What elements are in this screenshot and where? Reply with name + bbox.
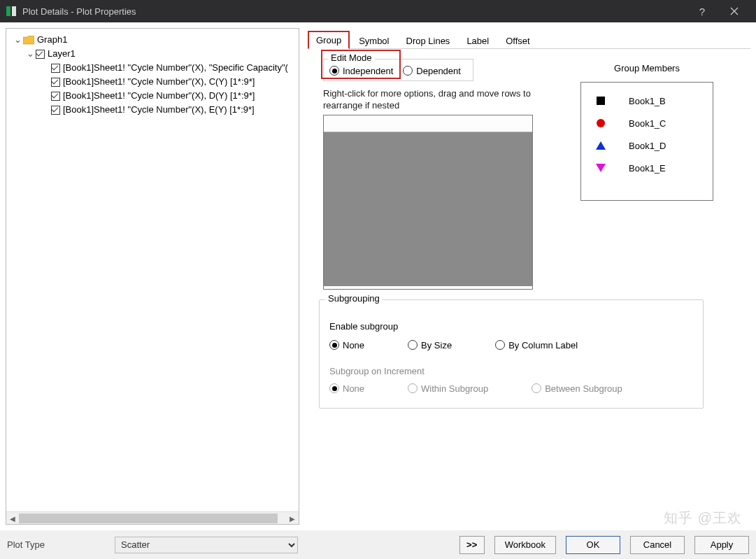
subgrouping-legend: Subgrouping — [325, 293, 383, 304]
radio-sg-none[interactable]: None — [329, 340, 364, 351]
radio-icon — [329, 340, 339, 350]
collapse-icon[interactable]: ⌄ — [26, 47, 34, 61]
collapse-icon[interactable]: ⌄ — [13, 33, 22, 47]
triangle-up-icon — [587, 141, 615, 150]
member-label: Book1_B — [629, 96, 666, 106]
group-members-title: Group Members — [580, 63, 713, 73]
tree-node-graph[interactable]: ⌄ Graph1 — [9, 33, 296, 47]
drag-list-body[interactable] — [324, 132, 532, 286]
radio-icon — [495, 340, 505, 350]
tab-label[interactable]: Label — [459, 32, 497, 49]
checkbox[interactable] — [51, 92, 60, 101]
tree-label: [Book1]Sheet1! "Cycle Number"(X), D(Y) [… — [63, 89, 255, 103]
radio-independent[interactable]: Independent — [329, 66, 393, 76]
radio-incr-none: None — [329, 383, 364, 394]
radio-label: Independent — [343, 66, 393, 76]
member-label: Book1_E — [629, 163, 666, 174]
tab-group[interactable]: Group — [308, 31, 350, 49]
radio-icon — [408, 340, 418, 350]
apply-button[interactable]: Apply — [694, 536, 749, 554]
checkbox[interactable] — [51, 106, 60, 115]
radio-icon — [403, 66, 413, 76]
checkbox[interactable] — [51, 78, 60, 87]
radio-icon — [329, 383, 339, 393]
group-members-list[interactable]: Book1_B Book1_C Book1_D Book1_E — [580, 82, 713, 201]
radio-dependent[interactable]: Dependent — [403, 66, 461, 76]
subgroup-increment-label: Subgroup on Increment — [329, 366, 693, 376]
checkbox[interactable] — [51, 64, 60, 73]
footer-bar: Plot Type Scatter >> Workbook OK Cancel … — [0, 530, 756, 559]
tree-label: Layer1 — [48, 47, 76, 61]
enable-subgroup-label: Enable subgroup — [329, 321, 693, 332]
scroll-left-icon[interactable]: ◀ — [6, 512, 19, 525]
collapse-tree-button[interactable]: >> — [459, 536, 485, 554]
drag-list[interactable] — [323, 115, 533, 290]
ok-button[interactable]: OK — [566, 536, 620, 554]
cancel-button[interactable]: Cancel — [630, 536, 685, 554]
list-item[interactable]: Book1_C — [587, 112, 707, 134]
svg-rect-1 — [12, 6, 16, 16]
tab-symbol[interactable]: Symbol — [351, 32, 397, 49]
tree-label: Graph1 — [37, 33, 67, 47]
radio-incr-between: Between Subgroup — [532, 383, 622, 394]
tree-node-item[interactable]: [Book1]Sheet1! "Cycle Number"(X), "Speci… — [9, 61, 296, 75]
tree-label: [Book1]Sheet1! "Cycle Number"(X), E(Y) [… — [63, 103, 255, 117]
window-title: Plot Details - Plot Properties — [22, 6, 686, 17]
radio-label: None — [343, 383, 364, 394]
radio-icon — [329, 66, 339, 76]
tree-node-item[interactable]: [Book1]Sheet1! "Cycle Number"(X), E(Y) [… — [9, 103, 296, 117]
horizontal-scrollbar[interactable]: ◀ ▶ — [6, 511, 299, 524]
radio-label: Between Subgroup — [545, 383, 622, 394]
radio-label: By Size — [421, 340, 452, 351]
radio-label: None — [343, 340, 364, 351]
app-icon — [6, 6, 17, 17]
triangle-down-icon — [587, 164, 615, 172]
member-label: Book1_D — [629, 141, 666, 151]
subgrouping-group: Subgrouping Enable subgroup None By Size… — [319, 299, 704, 409]
member-label: Book1_C — [629, 118, 666, 129]
tree-panel: ⌄ Graph1 ⌄ Layer1 [Book1]Sheet1! "Cycle … — [6, 28, 299, 525]
list-item[interactable]: Book1_D — [587, 134, 707, 157]
square-icon — [587, 97, 615, 105]
edit-mode-legend: Edit Mode — [328, 52, 375, 63]
scroll-right-icon[interactable]: ▶ — [286, 512, 299, 525]
radio-icon — [532, 383, 541, 393]
folder-icon — [23, 36, 34, 45]
hint-text: Right-click for more options, drag and m… — [323, 88, 533, 112]
edit-mode-group: Edit Mode Independent Dependent — [323, 59, 473, 81]
tree-node-layer[interactable]: ⌄ Layer1 — [9, 47, 296, 61]
radio-icon — [408, 383, 418, 393]
radio-incr-within: Within Subgroup — [408, 383, 488, 394]
help-button[interactable]: ? — [686, 0, 718, 22]
tree-node-item[interactable]: [Book1]Sheet1! "Cycle Number"(X), C(Y) [… — [9, 75, 296, 89]
tree-label: [Book1]Sheet1! "Cycle Number"(X), C(Y) [… — [63, 75, 255, 89]
scrollbar-thumb[interactable] — [19, 514, 278, 523]
radio-sg-by-column[interactable]: By Column Label — [495, 340, 578, 351]
list-item[interactable]: Book1_E — [587, 157, 707, 179]
plot-type-label: Plot Type — [7, 539, 105, 550]
svg-rect-0 — [6, 6, 10, 16]
group-members: Group Members Book1_B Book1_C Book1_D Bo… — [580, 63, 713, 201]
list-item[interactable]: Book1_B — [587, 90, 707, 112]
plot-type-select[interactable]: Scatter — [115, 537, 298, 553]
radio-label: By Column Label — [508, 340, 578, 351]
checkbox[interactable] — [36, 50, 45, 59]
tree-label: [Book1]Sheet1! "Cycle Number"(X), "Speci… — [63, 61, 288, 75]
drag-list-header — [324, 115, 532, 132]
radio-label: Dependent — [416, 66, 461, 76]
tree-node-item[interactable]: [Book1]Sheet1! "Cycle Number"(X), D(Y) [… — [9, 89, 296, 103]
tab-drop-lines[interactable]: Drop Lines — [399, 32, 458, 49]
circle-icon — [587, 119, 615, 127]
tab-offset[interactable]: Offset — [498, 32, 537, 49]
close-button[interactable] — [718, 0, 750, 22]
workbook-button[interactable]: Workbook — [494, 536, 556, 554]
tab-bar: Group Symbol Drop Lines Label Offset — [308, 28, 750, 49]
tree-view[interactable]: ⌄ Graph1 ⌄ Layer1 [Book1]Sheet1! "Cycle … — [6, 29, 299, 511]
radio-label: Within Subgroup — [421, 383, 488, 394]
radio-sg-by-size[interactable]: By Size — [408, 340, 452, 351]
titlebar: Plot Details - Plot Properties ? — [0, 0, 756, 22]
